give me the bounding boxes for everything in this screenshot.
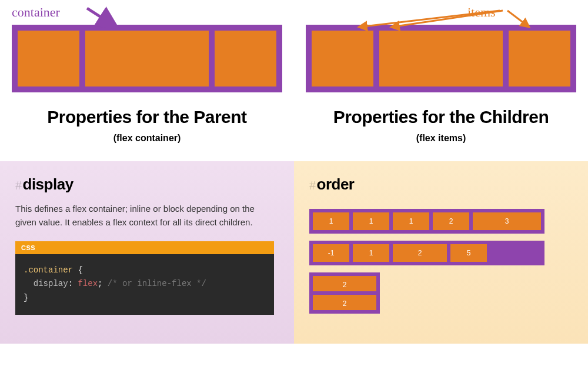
- display-heading: #display: [15, 175, 279, 194]
- order-item: -1: [313, 244, 349, 262]
- flex-items-diagram: [306, 25, 576, 92]
- code-brace-open: {: [73, 265, 83, 275]
- svg-line-5: [507, 11, 529, 27]
- svg-line-1: [87, 8, 115, 26]
- order-item: 1: [353, 212, 389, 230]
- code-selector: .container: [24, 265, 73, 275]
- order-item: 2: [393, 244, 447, 262]
- parent-subtitle: (flex container): [12, 133, 282, 144]
- order-row-partial: 2 2: [309, 272, 380, 314]
- order-item: 3: [473, 212, 541, 230]
- hash-icon: #: [309, 178, 316, 192]
- svg-line-4: [391, 11, 503, 27]
- code-body: .container { display: flex; /* or inline…: [15, 254, 274, 315]
- order-row: -1 1 2 5: [309, 241, 544, 265]
- flex-item-box: [312, 31, 373, 86]
- code-brace-close: }: [24, 293, 28, 302]
- display-title: display: [23, 175, 74, 193]
- order-diagram: 1 1 1 2 3 -1 1 2 5 2 2: [309, 209, 573, 314]
- flex-item-box: [215, 31, 276, 86]
- children-title: Properties for the Children: [306, 107, 576, 127]
- code-lang-badge: CSS: [15, 241, 274, 254]
- flex-container-diagram: [12, 25, 282, 92]
- items-diagram-col: items: [306, 5, 576, 92]
- order-item: 1: [313, 212, 349, 230]
- order-title: order: [317, 175, 355, 193]
- order-item: 1: [353, 244, 389, 262]
- code-comment: /* or inline-flex */: [102, 279, 206, 288]
- flex-item-box: [509, 31, 570, 86]
- display-description: This defines a flex container; inline or…: [15, 202, 262, 229]
- order-item: 5: [450, 244, 487, 262]
- arrow-down-right-icon: [82, 4, 129, 33]
- svg-line-3: [359, 11, 500, 27]
- code-value: flex: [78, 279, 98, 288]
- parent-title: Properties for the Parent: [12, 107, 282, 127]
- order-row: 1 1 1 2 3: [309, 209, 544, 234]
- display-property-panel: #display This defines a flex container; …: [0, 161, 294, 344]
- children-heading: Properties for the Children (flex items): [306, 107, 576, 144]
- hash-icon: #: [15, 178, 22, 192]
- code-property: display: [34, 279, 68, 288]
- order-property-panel: #order 1 1 1 2 3 -1 1 2 5 2 2: [294, 161, 588, 344]
- order-heading: #order: [309, 175, 573, 194]
- code-block: CSS .container { display: flex; /* or in…: [15, 241, 274, 315]
- container-label: container: [12, 5, 60, 19]
- container-diagram-col: container: [12, 5, 282, 92]
- order-item: 2: [313, 295, 376, 310]
- arrows-to-items-icon: [341, 7, 576, 34]
- flex-item-box: [18, 31, 79, 86]
- order-item: 1: [393, 212, 429, 230]
- order-item: 2: [313, 276, 376, 291]
- code-colon: :: [68, 279, 78, 288]
- parent-heading: Properties for the Parent (flex containe…: [12, 107, 282, 144]
- flex-item-box: [85, 31, 209, 86]
- order-row-spacer: [490, 244, 541, 262]
- flex-item-box: [379, 31, 503, 86]
- order-item: 2: [433, 212, 469, 230]
- children-subtitle: (flex items): [306, 133, 576, 144]
